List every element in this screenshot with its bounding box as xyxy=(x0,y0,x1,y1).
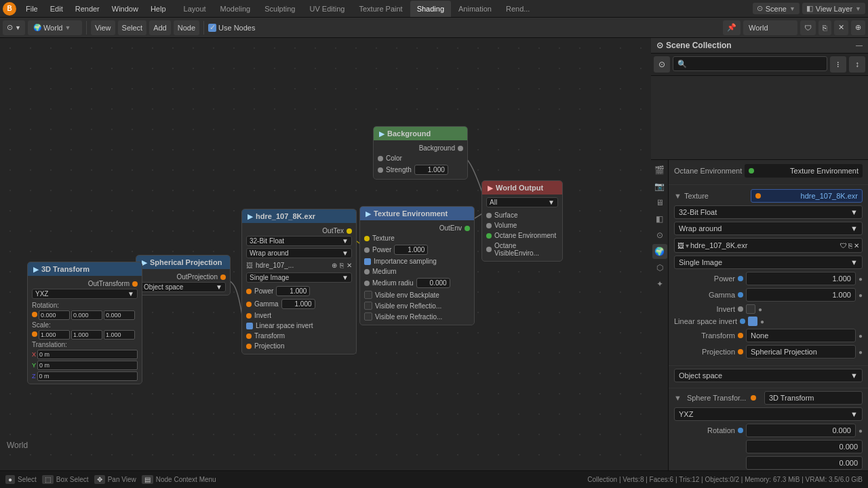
node-te-refraction-check[interactable] xyxy=(364,312,372,321)
node-hdre-gamma-value[interactable]: 1.000 xyxy=(281,299,315,309)
node-wo-visible-socket[interactable] xyxy=(486,247,492,252)
node-wo-octane-env-socket[interactable] xyxy=(486,233,492,239)
blender-logo[interactable]: B xyxy=(3,2,16,16)
tab-shading[interactable]: Shading xyxy=(410,1,451,17)
menu-window[interactable]: Window xyxy=(106,3,144,14)
image-copy-icon[interactable]: ⎘ xyxy=(848,242,852,249)
node-wo-all-dropdown[interactable]: All ▼ xyxy=(486,197,558,207)
node-3dt-rotation-socket[interactable] xyxy=(32,312,37,317)
node-te-medium-radius-value[interactable]: 0.000 xyxy=(416,278,450,288)
node-hdre-single-dropdown[interactable]: Single Image ▼ xyxy=(246,272,352,283)
image-close-icon[interactable]: ✕ xyxy=(854,242,859,249)
node-hdre-img-btn3[interactable]: ✕ xyxy=(347,262,352,269)
yxz-dropdown[interactable]: YXZ ▼ xyxy=(674,407,863,421)
scene-selector[interactable]: ⊙ Scene ▼ xyxy=(753,3,800,14)
side-icon-output[interactable]: 🖥 xyxy=(652,195,667,210)
node-3dt-trans-x[interactable] xyxy=(37,350,138,359)
cursor-btn[interactable]: ⊕ xyxy=(851,20,865,35)
node-3dt-scale-x[interactable] xyxy=(39,330,70,340)
view-btn[interactable]: View xyxy=(91,20,115,35)
node-hdre-power-socket[interactable] xyxy=(246,289,252,294)
outliner-minus[interactable]: — xyxy=(856,42,863,49)
node-te-backplate-check[interactable] xyxy=(364,291,372,299)
texture-triangle[interactable]: ▼ xyxy=(674,192,682,200)
power-value[interactable]: 1.000 xyxy=(746,272,856,285)
bitfloat-dropdown[interactable]: 32-Bit Float ▼ xyxy=(674,205,863,219)
tab-uv-editing[interactable]: UV Editing xyxy=(302,1,351,17)
node-hdre-image-file[interactable]: hdre_107_... xyxy=(256,262,329,269)
node-3dt-yxz-dropdown[interactable]: YXZ ▼ xyxy=(32,289,138,299)
tab-render[interactable]: Rend... xyxy=(499,1,536,17)
use-nodes-checkbox[interactable]: ✓ xyxy=(208,24,216,32)
node-hdre-img-btn2[interactable]: ⎘ xyxy=(340,262,344,269)
rotation-pin[interactable]: ● xyxy=(859,427,863,434)
side-icon-object[interactable]: ⬡ xyxy=(652,260,667,275)
node-3dt-trans-z[interactable] xyxy=(37,371,138,381)
node-3dt-scale-socket[interactable] xyxy=(32,331,37,337)
pin-btn[interactable]: 📌 xyxy=(723,20,741,35)
gamma-value[interactable]: 1.000 xyxy=(746,288,856,302)
side-icon-scene[interactable]: 🎬 xyxy=(652,163,667,178)
node-bg-output-socket[interactable] xyxy=(458,146,463,151)
wraparound-dropdown[interactable]: Wrap around ▼ xyxy=(674,222,863,235)
tab-animation[interactable]: Animation xyxy=(452,1,498,17)
transform-pin[interactable]: ● xyxy=(859,332,863,340)
image-shield-icon[interactable]: 🛡 xyxy=(840,242,847,249)
node-te-importance-check[interactable] xyxy=(364,258,371,265)
node-te-power-value[interactable]: 1.000 xyxy=(394,245,428,255)
invert-checkbox[interactable] xyxy=(746,304,755,314)
node-3dt-scale-y[interactable] xyxy=(71,330,102,340)
sphere-transform-triangle[interactable]: ▼ xyxy=(674,394,682,402)
node-3dt-scale-z[interactable] xyxy=(104,330,135,340)
power-pin[interactable]: ● xyxy=(859,275,863,283)
node-hdre-img-btn1[interactable]: ⊕ xyxy=(332,262,337,269)
node-hdre-power-value[interactable]: 1.000 xyxy=(276,286,310,296)
menu-render[interactable]: Render xyxy=(70,3,105,14)
node-te-texture-socket[interactable] xyxy=(364,236,370,241)
node-3dt-trans-y[interactable] xyxy=(37,361,138,370)
outliner-sort-btn[interactable]: ↕ xyxy=(849,56,865,73)
side-icon-render[interactable]: 📷 xyxy=(652,179,667,194)
texture-value[interactable]: hdre_107_8K.exr xyxy=(751,189,863,203)
rotation-y-value[interactable]: 0.000 xyxy=(746,440,863,453)
node-te-output-socket[interactable] xyxy=(465,226,470,231)
linear-invert-checkbox[interactable] xyxy=(748,317,757,326)
node-wo-surface-socket[interactable] xyxy=(486,213,492,218)
shield-btn[interactable]: 🛡 xyxy=(800,20,816,35)
rotation-x-value[interactable]: 0.000 xyxy=(746,424,856,437)
gamma-pin[interactable]: ● xyxy=(859,291,863,299)
node-hdre-transform-socket[interactable] xyxy=(246,333,252,339)
node-hdre-output-socket[interactable] xyxy=(347,228,352,234)
node-wo-volume-socket[interactable] xyxy=(486,223,492,228)
node-te-medium-socket[interactable] xyxy=(364,269,370,274)
menu-edit[interactable]: Edit xyxy=(45,3,68,14)
node-3dt-rot-y[interactable] xyxy=(71,310,102,320)
object-space-dropdown[interactable]: Object space ▼ xyxy=(674,369,863,382)
node-te-medium-radius-socket[interactable] xyxy=(364,281,370,286)
outliner-filter-btn[interactable]: ⫶ xyxy=(830,56,846,73)
single-image-dropdown[interactable]: Single Image ▼ xyxy=(674,256,863,269)
node-hdre-invert-socket[interactable] xyxy=(246,313,252,319)
side-icon-scene2[interactable]: ⊙ xyxy=(652,228,667,243)
node-3dt-rot-z[interactable] xyxy=(104,310,135,320)
node-bg-strength-value[interactable]: 1.000 xyxy=(414,165,448,175)
node-sp-output-socket[interactable] xyxy=(220,274,226,280)
tab-texture-paint[interactable]: Texture Paint xyxy=(352,1,409,17)
node-hdre-gamma-socket[interactable] xyxy=(246,302,252,307)
side-icon-world[interactable]: 🌍 xyxy=(652,244,667,259)
node-hdre-linear-check[interactable] xyxy=(246,323,253,329)
rotation-z-value[interactable]: 0.000 xyxy=(746,456,863,470)
node-editor[interactable]: ▶ Background Background Color Strength 1… xyxy=(0,38,651,470)
menu-file[interactable]: File xyxy=(20,3,43,14)
tab-modeling[interactable]: Modeling xyxy=(214,1,258,17)
projection-pin[interactable]: ● xyxy=(859,348,863,356)
add-btn[interactable]: Add xyxy=(149,20,171,35)
view-layer-selector[interactable]: ◧ View Layer ▼ xyxy=(802,3,865,14)
node-bg-strength-socket[interactable] xyxy=(378,167,383,173)
node-te-power-socket[interactable] xyxy=(364,247,370,253)
node-btn[interactable]: Node xyxy=(174,20,199,35)
close-node-btn[interactable]: ✕ xyxy=(834,20,848,35)
node-bg-color-socket[interactable] xyxy=(378,156,383,161)
outliner-search[interactable]: 🔍 xyxy=(673,56,827,71)
menu-help[interactable]: Help xyxy=(145,3,172,14)
